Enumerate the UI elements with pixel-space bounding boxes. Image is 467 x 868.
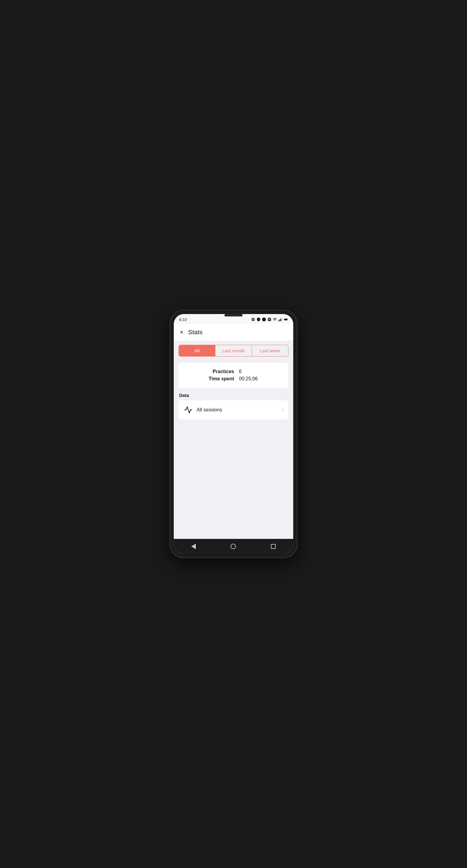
wifi-icon <box>273 317 277 321</box>
phone-screen: 8:10 <box>174 314 293 554</box>
recents-icon <box>271 544 276 549</box>
bottom-nav <box>174 539 293 554</box>
filter-tabs: All Last month Last week <box>179 345 288 356</box>
recents-button[interactable] <box>265 541 282 551</box>
settings-icon <box>251 317 255 321</box>
phone-notch <box>225 314 242 316</box>
svg-rect-3 <box>279 319 280 321</box>
all-sessions-row[interactable]: All sessions › <box>179 400 288 420</box>
tab-last-week[interactable]: Last week <box>252 345 288 356</box>
stats-card: Practices 6 Time spent 00:25:06 <box>179 363 288 388</box>
home-icon <box>231 544 236 549</box>
signal-icon <box>278 317 282 321</box>
practices-label: Practices <box>201 369 234 374</box>
back-icon <box>191 544 196 549</box>
status-time: 8:10 <box>179 317 187 322</box>
shield-icon <box>256 317 261 321</box>
app-title: Stats <box>188 329 203 336</box>
tab-last-month[interactable]: Last month <box>215 345 252 356</box>
filter-bar: All Last month Last week <box>174 341 293 360</box>
content-area: Practices 6 Time spent 00:25:06 Data <box>174 360 293 539</box>
time-spent-row: Time spent 00:25:06 <box>185 375 282 382</box>
phone-frame: 8:10 <box>170 310 297 558</box>
clipboard-icon <box>267 317 271 321</box>
status-icons <box>251 317 288 321</box>
chart-icon <box>183 405 193 415</box>
all-sessions-label: All sessions <box>197 407 282 412</box>
time-spent-label: Time spent <box>201 376 234 381</box>
circle-slash-icon <box>262 317 266 321</box>
data-card: All sessions › <box>179 400 288 420</box>
svg-rect-5 <box>282 318 282 321</box>
data-section-label: Data <box>179 393 288 398</box>
svg-rect-2 <box>279 320 279 321</box>
chevron-right-icon: › <box>282 407 284 413</box>
app-bar: × Stats <box>174 324 293 341</box>
time-spent-value: 00:25:06 <box>239 376 266 381</box>
practices-row: Practices 6 <box>185 368 282 375</box>
battery-icon <box>284 317 288 321</box>
practices-value: 6 <box>239 369 266 374</box>
home-button[interactable] <box>225 541 242 552</box>
tab-all[interactable]: All <box>179 345 215 356</box>
back-button[interactable] <box>185 541 202 552</box>
close-button[interactable]: × <box>179 328 185 336</box>
svg-rect-4 <box>281 318 281 321</box>
